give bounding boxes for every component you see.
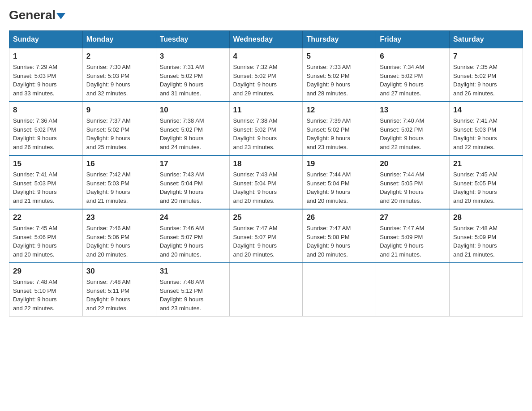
- day-number: 4: [233, 52, 299, 61]
- day-info: Sunrise: 7:39 AMSunset: 5:02 PMDaylight:…: [306, 116, 372, 151]
- calendar-cell: 1Sunrise: 7:29 AMSunset: 5:03 PMDaylight…: [9, 48, 83, 102]
- day-info: Sunrise: 7:44 AMSunset: 5:05 PMDaylight:…: [380, 170, 446, 205]
- day-number: 25: [233, 213, 299, 222]
- day-number: 30: [86, 267, 152, 276]
- calendar-cell: 25Sunrise: 7:47 AMSunset: 5:07 PMDayligh…: [229, 209, 303, 263]
- calendar-week-row: 15Sunrise: 7:41 AMSunset: 5:03 PMDayligh…: [9, 155, 523, 209]
- day-info: Sunrise: 7:38 AMSunset: 5:02 PMDaylight:…: [233, 116, 299, 151]
- calendar-cell: 17Sunrise: 7:43 AMSunset: 5:04 PMDayligh…: [156, 155, 229, 209]
- calendar-week-row: 8Sunrise: 7:36 AMSunset: 5:02 PMDaylight…: [9, 102, 523, 155]
- calendar-cell: [376, 263, 450, 317]
- weekday-header-thursday: Thursday: [303, 31, 376, 48]
- day-info: Sunrise: 7:30 AMSunset: 5:03 PMDaylight:…: [86, 63, 152, 98]
- calendar-cell: 18Sunrise: 7:43 AMSunset: 5:04 PMDayligh…: [229, 155, 303, 209]
- weekday-header-monday: Monday: [82, 31, 156, 48]
- calendar-cell: 30Sunrise: 7:48 AMSunset: 5:11 PMDayligh…: [82, 263, 156, 317]
- day-info: Sunrise: 7:46 AMSunset: 5:06 PMDaylight:…: [86, 224, 152, 259]
- calendar-cell: 23Sunrise: 7:46 AMSunset: 5:06 PMDayligh…: [82, 209, 156, 263]
- calendar-week-row: 29Sunrise: 7:48 AMSunset: 5:10 PMDayligh…: [9, 263, 523, 317]
- day-info: Sunrise: 7:45 AMSunset: 5:06 PMDaylight:…: [13, 224, 79, 259]
- day-info: Sunrise: 7:48 AMSunset: 5:11 PMDaylight:…: [86, 278, 152, 313]
- day-number: 7: [453, 52, 519, 61]
- day-info: Sunrise: 7:48 AMSunset: 5:10 PMDaylight:…: [13, 278, 79, 313]
- day-info: Sunrise: 7:47 AMSunset: 5:07 PMDaylight:…: [233, 224, 299, 259]
- calendar-cell: [450, 263, 523, 317]
- day-info: Sunrise: 7:47 AMSunset: 5:08 PMDaylight:…: [306, 224, 372, 259]
- calendar-cell: [229, 263, 303, 317]
- calendar-table: SundayMondayTuesdayWednesdayThursdayFrid…: [9, 30, 523, 317]
- calendar-cell: 9Sunrise: 7:37 AMSunset: 5:02 PMDaylight…: [82, 102, 156, 155]
- weekday-header-tuesday: Tuesday: [156, 31, 229, 48]
- calendar-cell: [303, 263, 376, 317]
- logo-general: General: [9, 8, 56, 22]
- day-info: Sunrise: 7:35 AMSunset: 5:02 PMDaylight:…: [453, 63, 519, 98]
- calendar-cell: 15Sunrise: 7:41 AMSunset: 5:03 PMDayligh…: [9, 155, 83, 209]
- day-number: 31: [160, 267, 226, 276]
- calendar-cell: 12Sunrise: 7:39 AMSunset: 5:02 PMDayligh…: [303, 102, 376, 155]
- day-info: Sunrise: 7:37 AMSunset: 5:02 PMDaylight:…: [86, 116, 152, 151]
- calendar-header-row: SundayMondayTuesdayWednesdayThursdayFrid…: [9, 31, 523, 48]
- calendar-cell: 6Sunrise: 7:34 AMSunset: 5:02 PMDaylight…: [376, 48, 450, 102]
- day-number: 20: [380, 159, 446, 168]
- day-info: Sunrise: 7:46 AMSunset: 5:07 PMDaylight:…: [160, 224, 226, 259]
- calendar-cell: 22Sunrise: 7:45 AMSunset: 5:06 PMDayligh…: [9, 209, 83, 263]
- day-number: 28: [453, 213, 519, 222]
- weekday-header-wednesday: Wednesday: [229, 31, 303, 48]
- calendar-cell: 7Sunrise: 7:35 AMSunset: 5:02 PMDaylight…: [450, 48, 523, 102]
- weekday-header-sunday: Sunday: [9, 31, 83, 48]
- calendar-week-row: 1Sunrise: 7:29 AMSunset: 5:03 PMDaylight…: [9, 48, 523, 102]
- day-info: Sunrise: 7:43 AMSunset: 5:04 PMDaylight:…: [160, 170, 226, 205]
- page-header: General: [9, 9, 523, 21]
- day-number: 11: [233, 106, 299, 115]
- day-number: 8: [13, 106, 79, 115]
- day-number: 5: [306, 52, 372, 61]
- day-info: Sunrise: 7:38 AMSunset: 5:02 PMDaylight:…: [160, 116, 226, 151]
- day-info: Sunrise: 7:44 AMSunset: 5:04 PMDaylight:…: [306, 170, 372, 205]
- calendar-cell: 11Sunrise: 7:38 AMSunset: 5:02 PMDayligh…: [229, 102, 303, 155]
- day-number: 9: [86, 106, 152, 115]
- calendar-cell: 20Sunrise: 7:44 AMSunset: 5:05 PMDayligh…: [376, 155, 450, 209]
- logo: General: [9, 9, 65, 21]
- day-info: Sunrise: 7:41 AMSunset: 5:03 PMDaylight:…: [453, 116, 519, 151]
- calendar-cell: 8Sunrise: 7:36 AMSunset: 5:02 PMDaylight…: [9, 102, 83, 155]
- calendar-cell: 14Sunrise: 7:41 AMSunset: 5:03 PMDayligh…: [450, 102, 523, 155]
- day-number: 2: [86, 52, 152, 61]
- day-number: 15: [13, 159, 79, 168]
- calendar-cell: 19Sunrise: 7:44 AMSunset: 5:04 PMDayligh…: [303, 155, 376, 209]
- calendar-week-row: 22Sunrise: 7:45 AMSunset: 5:06 PMDayligh…: [9, 209, 523, 263]
- day-info: Sunrise: 7:43 AMSunset: 5:04 PMDaylight:…: [233, 170, 299, 205]
- day-info: Sunrise: 7:29 AMSunset: 5:03 PMDaylight:…: [13, 63, 79, 98]
- day-number: 27: [380, 213, 446, 222]
- day-info: Sunrise: 7:40 AMSunset: 5:02 PMDaylight:…: [380, 116, 446, 151]
- logo-triangle-icon: [56, 13, 65, 19]
- day-info: Sunrise: 7:48 AMSunset: 5:09 PMDaylight:…: [453, 224, 519, 259]
- calendar-cell: 24Sunrise: 7:46 AMSunset: 5:07 PMDayligh…: [156, 209, 229, 263]
- day-number: 18: [233, 159, 299, 168]
- day-info: Sunrise: 7:47 AMSunset: 5:09 PMDaylight:…: [380, 224, 446, 259]
- day-number: 10: [160, 106, 226, 115]
- day-info: Sunrise: 7:31 AMSunset: 5:02 PMDaylight:…: [160, 63, 226, 98]
- day-number: 29: [13, 267, 79, 276]
- calendar-cell: 13Sunrise: 7:40 AMSunset: 5:02 PMDayligh…: [376, 102, 450, 155]
- day-number: 13: [380, 106, 446, 115]
- calendar-cell: 2Sunrise: 7:30 AMSunset: 5:03 PMDaylight…: [82, 48, 156, 102]
- day-number: 3: [160, 52, 226, 61]
- day-info: Sunrise: 7:33 AMSunset: 5:02 PMDaylight:…: [306, 63, 372, 98]
- day-number: 23: [86, 213, 152, 222]
- day-info: Sunrise: 7:34 AMSunset: 5:02 PMDaylight:…: [380, 63, 446, 98]
- day-number: 1: [13, 52, 79, 61]
- calendar-cell: 29Sunrise: 7:48 AMSunset: 5:10 PMDayligh…: [9, 263, 83, 317]
- calendar-cell: 10Sunrise: 7:38 AMSunset: 5:02 PMDayligh…: [156, 102, 229, 155]
- calendar-cell: 3Sunrise: 7:31 AMSunset: 5:02 PMDaylight…: [156, 48, 229, 102]
- day-number: 21: [453, 159, 519, 168]
- day-info: Sunrise: 7:45 AMSunset: 5:05 PMDaylight:…: [453, 170, 519, 205]
- day-info: Sunrise: 7:32 AMSunset: 5:02 PMDaylight:…: [233, 63, 299, 98]
- calendar-cell: 26Sunrise: 7:47 AMSunset: 5:08 PMDayligh…: [303, 209, 376, 263]
- calendar-cell: 27Sunrise: 7:47 AMSunset: 5:09 PMDayligh…: [376, 209, 450, 263]
- calendar-cell: 21Sunrise: 7:45 AMSunset: 5:05 PMDayligh…: [450, 155, 523, 209]
- day-number: 24: [160, 213, 226, 222]
- calendar-cell: 28Sunrise: 7:48 AMSunset: 5:09 PMDayligh…: [450, 209, 523, 263]
- calendar-cell: 16Sunrise: 7:42 AMSunset: 5:03 PMDayligh…: [82, 155, 156, 209]
- day-number: 12: [306, 106, 372, 115]
- day-number: 26: [306, 213, 372, 222]
